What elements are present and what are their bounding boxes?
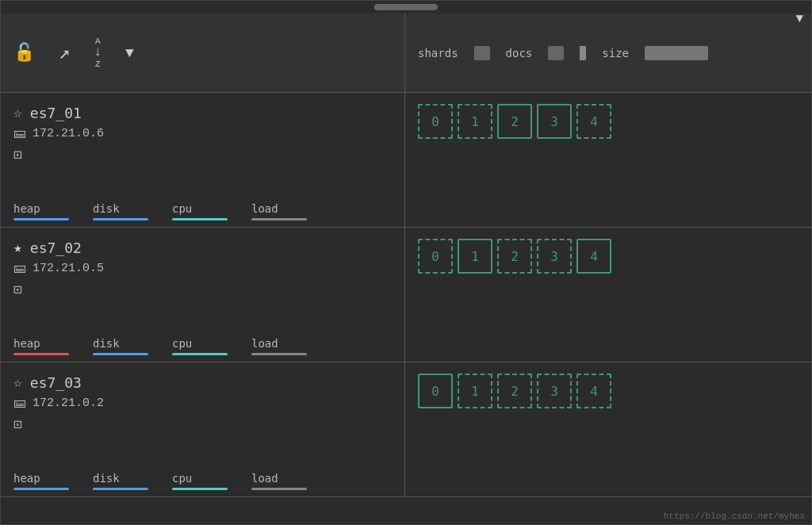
metric-bar-heap	[13, 353, 69, 355]
node-name-row-1: ★ es7_02	[13, 239, 392, 256]
metric-heap: heap	[13, 202, 69, 220]
star-icon-1[interactable]: ★	[13, 239, 22, 256]
node-ip-row-0: 🖴 172.21.0.6	[13, 126, 392, 141]
nodes-container: ☆ es7_01 🖴 172.21.0.6 ⊡ heap disk cpu	[1, 93, 811, 497]
node-name-1: es7_02	[30, 240, 82, 256]
header-right-panel: shards docs size ▼	[405, 13, 811, 92]
metric-cpu: cpu	[172, 337, 228, 355]
metric-bar-heap	[13, 488, 69, 490]
metric-label-disk: disk	[93, 202, 120, 215]
metric-disk: disk	[93, 202, 148, 220]
metric-cpu: cpu	[172, 202, 228, 220]
shard-0[interactable]: 0	[418, 374, 453, 408]
sort-az-icon[interactable]: A ↓ Z	[94, 36, 102, 70]
node-row-1: ★ es7_02 🖴 172.21.0.5 ⊡ heap disk cpu	[1, 228, 811, 362]
shard-0[interactable]: 0	[418, 239, 453, 274]
metric-bar-load	[251, 218, 307, 220]
shard-3[interactable]: 3	[537, 239, 572, 274]
metric-load: load	[251, 472, 307, 490]
shard-3[interactable]: 3	[537, 374, 572, 408]
docs-column-label: docs	[506, 47, 533, 59]
metric-label-heap: heap	[13, 202, 40, 215]
shard-3[interactable]: 3	[537, 104, 572, 139]
size-icon-separator	[580, 46, 586, 60]
star-icon-0[interactable]: ☆	[13, 104, 22, 121]
shard-1[interactable]: 1	[458, 104, 492, 139]
metric-label-heap: heap	[13, 337, 40, 350]
node-left-0: ☆ es7_01 🖴 172.21.0.6 ⊡ heap disk cpu	[1, 93, 405, 227]
metric-heap: heap	[13, 337, 69, 355]
metric-disk: disk	[93, 337, 148, 355]
main-container: 🔓 ↗ A ↓ Z ▼ shards docs size ▼ ☆ es7_01	[0, 0, 812, 525]
disk-icon-2: 🖴	[13, 396, 26, 411]
shard-0[interactable]: 0	[418, 104, 453, 139]
header-row: 🔓 ↗ A ↓ Z ▼ shards docs size ▼	[1, 13, 811, 93]
node-left-2: ☆ es7_03 🖴 172.21.0.2 ⊡ heap disk cpu	[1, 362, 405, 496]
crop-icon-0: ⊡	[13, 148, 22, 163]
disk-icon-0: 🖴	[13, 126, 26, 141]
expand-icon[interactable]: ↗	[59, 41, 70, 64]
metric-disk: disk	[93, 472, 148, 490]
filter-dropdown-icon[interactable]: ▼	[125, 45, 134, 61]
metric-cpu: cpu	[172, 472, 228, 490]
scroll-indicator	[1, 1, 811, 13]
metric-label-cpu: cpu	[172, 202, 192, 215]
crop-icon-2: ⊡	[13, 417, 22, 433]
metric-label-load: load	[251, 337, 278, 350]
shards-container-2: 0 1 2 3 4	[418, 374, 611, 408]
node-ip-row-1: 🖴 172.21.0.5	[13, 261, 392, 276]
size-column-label: size	[602, 47, 629, 59]
node-flag-row-2: ⊡	[13, 416, 392, 433]
disk-icon-1: 🖴	[13, 261, 26, 276]
metric-heap: heap	[13, 472, 69, 490]
node-name-2: es7_03	[30, 374, 82, 391]
node-left-1: ★ es7_02 🖴 172.21.0.5 ⊡ heap disk cpu	[1, 228, 405, 362]
node-row-0: ☆ es7_01 🖴 172.21.0.6 ⊡ heap disk cpu	[1, 93, 811, 228]
metric-bar-heap	[13, 218, 69, 220]
metric-bar-disk	[93, 218, 148, 220]
shard-4[interactable]: 4	[576, 239, 611, 274]
node-name-0: es7_01	[30, 105, 82, 121]
node-ip-1: 172.21.0.5	[33, 262, 104, 275]
node-right-1: 0 1 2 3 4	[405, 228, 811, 362]
node-ip-row-2: 🖴 172.21.0.2	[13, 396, 392, 411]
metric-bar-load	[251, 488, 307, 490]
metrics-row-2: heap disk cpu load	[13, 467, 392, 490]
size-value-bar	[645, 46, 708, 60]
shards-container-1: 0 1 2 3 4	[418, 239, 611, 274]
metric-bar-disk	[93, 488, 148, 490]
shard-4[interactable]: 4	[576, 104, 611, 139]
docs-icon-box	[474, 46, 490, 60]
star-icon-2[interactable]: ☆	[13, 374, 22, 391]
shard-1[interactable]: 1	[458, 239, 492, 274]
metric-bar-cpu	[172, 353, 228, 355]
node-ip-2: 172.21.0.2	[33, 397, 104, 410]
metric-label-cpu: cpu	[172, 472, 192, 485]
top-dropdown-arrow[interactable]: ▼	[795, 12, 803, 26]
metric-load: load	[251, 202, 307, 220]
metric-load: load	[251, 337, 307, 355]
metric-label-load: load	[251, 202, 278, 215]
shard-4[interactable]: 4	[576, 374, 611, 408]
shard-2[interactable]: 2	[497, 374, 532, 408]
metric-bar-load	[251, 353, 307, 355]
node-flag-row-1: ⊡	[13, 281, 392, 298]
node-flag-row-0: ⊡	[13, 146, 392, 163]
metric-bar-disk	[93, 353, 148, 355]
shard-2[interactable]: 2	[497, 239, 532, 274]
metric-label-heap: heap	[13, 472, 40, 485]
shard-2[interactable]: 2	[497, 104, 532, 139]
metric-label-disk: disk	[93, 337, 120, 350]
metric-label-cpu: cpu	[172, 337, 192, 350]
shards-column-label: shards	[418, 47, 458, 59]
node-ip-0: 172.21.0.6	[33, 127, 104, 140]
metric-label-load: load	[251, 472, 278, 485]
metric-label-disk: disk	[93, 472, 120, 485]
node-name-row-2: ☆ es7_03	[13, 374, 392, 391]
shard-1[interactable]: 1	[458, 374, 492, 408]
node-name-row-0: ☆ es7_01	[13, 104, 392, 121]
header-left-panel: 🔓 ↗ A ↓ Z ▼	[1, 13, 405, 92]
scroll-bar	[374, 4, 438, 10]
unlock-icon[interactable]: 🔓	[13, 42, 35, 63]
url-bar: https://blog.csdn.net/myhes	[664, 512, 805, 521]
